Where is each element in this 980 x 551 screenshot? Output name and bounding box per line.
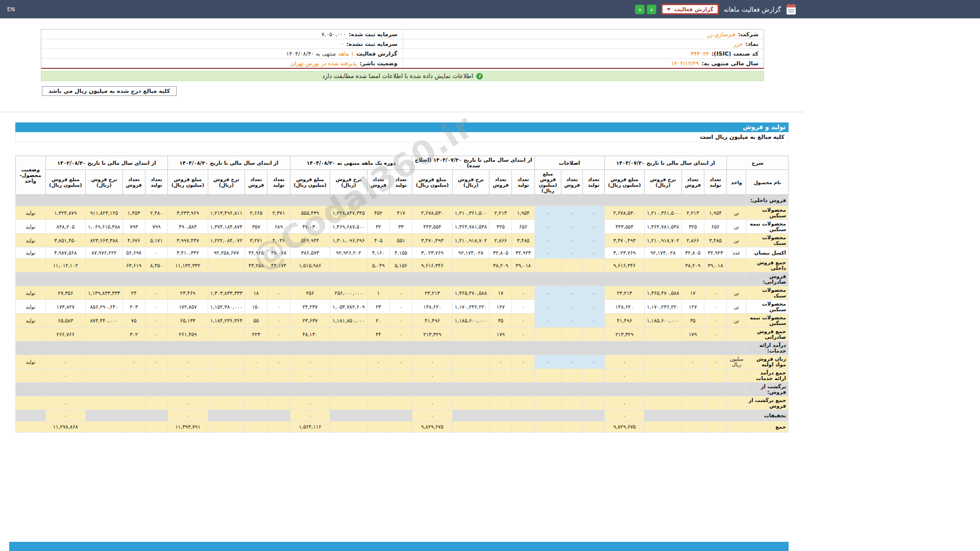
table-cell: ۰ bbox=[583, 206, 604, 220]
table-cell bbox=[534, 396, 561, 410]
table-cell bbox=[86, 421, 122, 433]
table-cell: ۰ bbox=[583, 247, 604, 259]
registered-capital-value: ۷,۰۵۰,۰۰۰ bbox=[322, 31, 346, 38]
table-cell: ۰ bbox=[534, 286, 561, 300]
table-cell: ۲۴,۲۳۷ bbox=[290, 300, 330, 314]
table-cell bbox=[330, 410, 367, 421]
table-cell: ۷۵ bbox=[122, 314, 145, 328]
app-shell: گزارش فعالیت ماهانه گزارش فعالیت › ‹ EN … bbox=[0, 0, 804, 551]
column-header: تعداد تولید bbox=[145, 170, 167, 195]
row-label: محصولات سنگین bbox=[746, 206, 789, 220]
table-cell: ۱,۲۱۰,۹۱۸,۷۰۲ bbox=[645, 234, 681, 247]
table-cell: ۰ bbox=[561, 234, 583, 247]
unit-cell: عدد bbox=[727, 247, 746, 259]
table-cell: ۶۵,۵۸۳ bbox=[45, 314, 86, 328]
language-toggle[interactable]: EN bbox=[7, 6, 15, 13]
column-header: نرخ فروش (ریال) bbox=[330, 170, 367, 195]
row-label: محصولات نیمه سنگین bbox=[746, 220, 789, 234]
table-cell bbox=[583, 369, 604, 383]
row-label: زیان فروش مواد اولیه bbox=[746, 355, 789, 369]
table-cell bbox=[367, 369, 389, 383]
table-cell bbox=[561, 396, 583, 410]
table-cell bbox=[122, 410, 145, 421]
table-cell: ۳۹,۰۱۸ bbox=[512, 259, 534, 272]
table-cell: ۱,۱۸۱,۸۵۰,۰۰۰ bbox=[330, 314, 367, 328]
table-cell: ۹۲,۱۷۴,۰۲۸ bbox=[645, 247, 681, 259]
unit-cell: تن bbox=[727, 314, 746, 328]
table-cell: ۲۳,۴۶۹ bbox=[168, 286, 208, 300]
table-cell bbox=[645, 259, 681, 272]
next-report-button[interactable]: › bbox=[647, 5, 656, 14]
isic-value: ۳۴۳۰۲۴ bbox=[691, 51, 709, 57]
column-header: تعداد فروش bbox=[367, 170, 389, 195]
info-icon bbox=[476, 73, 483, 80]
unit-cell bbox=[727, 396, 746, 410]
table-cell: ۱۷ bbox=[489, 286, 512, 300]
column-header: شرح bbox=[727, 156, 789, 170]
row-label: برگشت از فروش: bbox=[746, 383, 789, 396]
fiscal-year-row: سال مالی منتهی به: ۱۴۰۴/۱۲/۲۹ bbox=[403, 59, 764, 68]
table-cell: ۳,۰۲۳,۷۶۹ bbox=[604, 247, 645, 259]
column-header: دوره یک ماهه منتهی به ۱۴۰۴/۰۸/۳۰ bbox=[290, 156, 412, 170]
unit-cell bbox=[727, 421, 746, 433]
table-cell bbox=[512, 421, 534, 433]
table-cell: ۱,۵۱۵,۹۸۶ bbox=[290, 259, 330, 272]
row-label: محصولات سبک bbox=[746, 286, 789, 300]
table-cell: ۱۴۸,۶۲۰ bbox=[412, 300, 453, 314]
table-cell: ۳۲,۸۰۵ bbox=[681, 247, 704, 259]
unit-cell: تن bbox=[727, 220, 746, 234]
table-cell: ۰ bbox=[389, 328, 412, 341]
status-cell: تولید bbox=[16, 355, 46, 369]
unregistered-capital-value: ۰ bbox=[341, 41, 344, 47]
table-cell bbox=[208, 328, 244, 341]
column-header: از ابتدای سال مالی تا تاریخ ۱۴۰۴/۰۸/۳۰ bbox=[168, 156, 290, 170]
table-cell: ۱,۹۵۴ bbox=[704, 206, 726, 220]
column-header: تعداد تولید bbox=[512, 170, 534, 195]
table-cell bbox=[122, 396, 145, 410]
table-cell: ۰ bbox=[145, 314, 167, 328]
status-cell: تولید bbox=[16, 314, 46, 328]
table-cell: ۴,۰۳۶ bbox=[267, 234, 290, 247]
table-cell: ۰ bbox=[512, 286, 534, 300]
table-cell: ۰ bbox=[534, 355, 561, 369]
report-type-dropdown[interactable]: گزارش فعالیت bbox=[661, 4, 719, 15]
company-name-link[interactable]: فنرسازي زر bbox=[707, 31, 736, 38]
table-cell bbox=[145, 369, 167, 383]
unit-cell: تن bbox=[727, 234, 746, 247]
table-cell: ۲۶۱,۴۵۹ bbox=[168, 328, 208, 341]
amounts-unit-note: کلیه مبالغ به میلیون ریال است bbox=[15, 132, 789, 142]
table-cell: ۱,۳۷۴,۱۸۴,۸۷۴ bbox=[208, 220, 244, 234]
report-icon bbox=[786, 3, 797, 15]
table-cell: ۵,۰۴۹ bbox=[367, 259, 389, 272]
row-label: محصولات نیمه سنگین bbox=[746, 314, 789, 328]
table-cell: ۸۷,۹۷۶,۲۲۲ bbox=[86, 247, 122, 259]
column-header: وضعیت محصول-واحد bbox=[16, 156, 46, 195]
table-cell: ۵۲۶,۹۴۴ bbox=[290, 234, 330, 247]
table-cell: ۳۲,۹۲۳ bbox=[704, 247, 726, 259]
table-cell: ۱,۱۷۰,۲۳۶,۲۲۰ bbox=[452, 300, 489, 314]
table-cell bbox=[561, 421, 583, 433]
page-title: گزارش فعالیت ماهانه bbox=[724, 6, 781, 13]
column-header: مبلغ فروش (میلیون ریال) bbox=[290, 170, 330, 195]
table-cell: ۰ bbox=[561, 206, 583, 220]
table-cell: ۰ bbox=[389, 314, 412, 328]
table-cell: ۲۳ bbox=[367, 300, 389, 314]
table-cell: ۲۱۳,۳۲۹ bbox=[604, 328, 645, 341]
table-cell: ۹,۸۲۹,۶۷۵ bbox=[604, 421, 645, 433]
row-label: محصولات سنگین bbox=[746, 300, 789, 314]
table-cell: ۱۸ bbox=[245, 286, 267, 300]
table-cell: ۰ bbox=[534, 300, 561, 314]
table-cell: ۰ bbox=[604, 410, 645, 421]
table-cell bbox=[452, 328, 489, 341]
symbol-label: نماد: bbox=[745, 41, 758, 47]
symbol-link[interactable]: خزر bbox=[733, 41, 743, 47]
table-cell: ۴,۱۶۰ bbox=[367, 247, 389, 259]
registered-capital-label: سرمایه ثبت شده: bbox=[349, 31, 397, 38]
table-cell bbox=[583, 328, 604, 341]
table-cell: ۳۷,۰۷۸ bbox=[267, 247, 290, 259]
table-cell: ۳,۴۸۵ bbox=[512, 234, 534, 247]
table-cell bbox=[145, 396, 167, 410]
table-cell: ۱۷۹ bbox=[489, 328, 512, 341]
table-cell: ۰ bbox=[267, 300, 290, 314]
prev-report-button[interactable]: ‹ bbox=[635, 5, 645, 14]
